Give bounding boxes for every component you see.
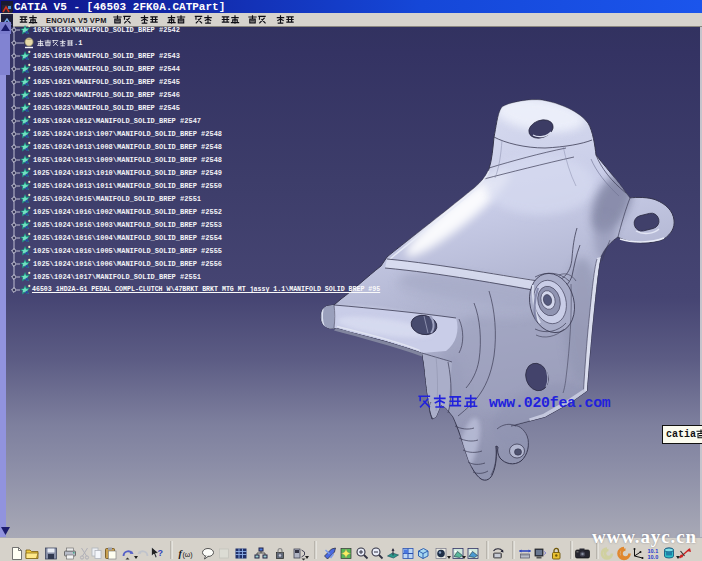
svg-text:10.0: 10.0 [648, 554, 659, 560]
svg-text:(ω): (ω) [183, 551, 193, 559]
svg-text:?: ? [158, 548, 164, 558]
